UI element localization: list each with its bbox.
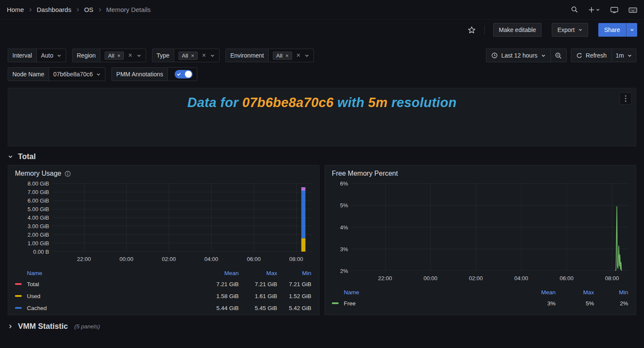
region-label: Region — [72, 49, 100, 62]
legend-col-mean[interactable]: Mean — [509, 289, 556, 296]
chart-plot-area[interactable] — [53, 183, 312, 252]
x-axis: 22:0000:0002:0004:0006:0008:00 — [53, 255, 312, 264]
chart-plot-area[interactable] — [351, 183, 629, 271]
clear-selection-icon[interactable]: × — [296, 52, 300, 59]
y-tick-label: 5% — [340, 202, 348, 209]
legend-col-max[interactable]: Max — [556, 289, 594, 296]
x-tick-label: 06:00 — [247, 256, 261, 262]
clock-icon — [491, 52, 498, 59]
kiosk-mode-icon[interactable] — [610, 6, 618, 13]
panel-body: 6%5%4%3%2% 22:0000:0002:0004:0006:0008:0… — [325, 182, 636, 284]
chip-remove-icon[interactable]: × — [285, 53, 289, 58]
banner-resolution: 5m — [368, 95, 387, 110]
breadcrumb-item-os[interactable]: OS — [84, 6, 94, 13]
breadcrumb: Home Dashboards OS Memory Details — [7, 6, 151, 13]
interval-label: Interval — [8, 49, 37, 62]
zoom-out-icon — [555, 52, 562, 59]
chip-label: All — [182, 52, 188, 59]
series-min: 2% — [594, 300, 628, 307]
refresh-label: Refresh — [586, 52, 607, 59]
chevron-down-icon — [630, 28, 634, 32]
series-name[interactable]: Free — [344, 300, 509, 307]
chevron-right-icon — [8, 324, 13, 329]
series-mean: 7.21 GiB — [192, 281, 239, 287]
series-min: 5.42 GiB — [277, 305, 311, 311]
refresh-button[interactable]: Refresh — [571, 49, 612, 62]
series-mean: 3% — [509, 300, 556, 307]
section-total[interactable]: Total — [8, 152, 636, 161]
search-icon[interactable] — [571, 6, 578, 13]
region-chip-all[interactable]: All × — [105, 52, 124, 60]
text-panel: Data for 07b6be8a70c6 with 5m resolution — [8, 88, 636, 146]
legend-col-max[interactable]: Max — [239, 270, 277, 276]
y-tick-label: 3.00 GiB — [27, 223, 49, 229]
region-select[interactable]: All × × — [100, 49, 146, 62]
environment-chip-all[interactable]: All × — [273, 52, 292, 60]
share-caret-button[interactable] — [626, 23, 637, 37]
series-name[interactable]: Used — [27, 293, 192, 299]
banner-segment: Data for — [187, 95, 242, 110]
x-tick-label: 02:00 — [162, 256, 176, 262]
interval-select[interactable]: Auto — [36, 49, 66, 62]
interval-value: Auto — [41, 52, 53, 59]
region-filter: Region All × × — [72, 49, 146, 62]
zoom-out-button[interactable] — [550, 49, 567, 62]
chevron-down-icon — [578, 28, 583, 32]
environment-label: Environment — [225, 49, 269, 62]
chevron-down-icon — [210, 53, 215, 58]
panel-title[interactable]: Free Memory Percent — [332, 170, 398, 177]
legend-col-min[interactable]: Min — [594, 289, 628, 296]
series-max: 5% — [556, 300, 594, 307]
section-title: Total — [18, 152, 36, 161]
time-range-picker[interactable]: Last 12 hours — [486, 49, 551, 62]
free-memory-percent-panel: Free Memory Percent 6%5%4%3%2% 22:0000:0… — [325, 165, 636, 315]
y-axis: 6%5%4%3%2% — [329, 183, 348, 271]
section-vmm-statistic[interactable]: VMM Statistic (5 panels) — [8, 322, 636, 331]
legend-col-name[interactable]: Name — [344, 289, 509, 296]
series-swatch — [15, 295, 22, 297]
legend-spacer — [15, 295, 27, 297]
y-tick-label: 2% — [340, 268, 348, 274]
clear-selection-icon[interactable]: × — [202, 52, 206, 59]
y-axis: 8.00 GiB7.00 GiB6.00 GiB5.00 GiB4.00 GiB… — [12, 183, 49, 252]
breadcrumb-item-dashboards[interactable]: Dashboards — [37, 6, 71, 13]
series-name[interactable]: Total — [27, 281, 192, 287]
export-button[interactable]: Export — [552, 23, 588, 37]
environment-select[interactable]: All × × — [268, 49, 314, 62]
toggle-knob — [185, 71, 192, 78]
make-editable-button[interactable]: Make editable — [493, 23, 542, 37]
legend-row-used: Used 1.58 GiB 1.61 GiB 1.52 GiB — [15, 290, 311, 302]
free-memory-percent-chart: 6%5%4%3%2% 22:0000:0002:0004:0006:0008:0… — [329, 183, 629, 284]
keyboard-shortcuts-icon[interactable] — [629, 6, 637, 13]
node-name-label: Node Name — [8, 67, 49, 81]
legend-row-free: Free 3% 5% 2% — [332, 297, 628, 309]
refresh-interval-select[interactable]: 1m — [612, 49, 636, 62]
chip-label: All — [108, 52, 114, 59]
add-new-button[interactable] — [588, 7, 600, 13]
chevron-down-icon — [57, 53, 61, 58]
panel-menu-button[interactable] — [620, 93, 632, 104]
breadcrumb-item-home[interactable]: Home — [7, 6, 24, 13]
type-chip-all[interactable]: All × — [179, 52, 198, 60]
legend-col-min[interactable]: Min — [277, 270, 311, 276]
chip-remove-icon[interactable]: × — [191, 53, 194, 58]
legend-row-total: Total 7.21 GiB 7.21 GiB 7.21 GiB — [15, 278, 311, 290]
type-select[interactable]: All × × — [174, 49, 220, 62]
clear-selection-icon[interactable]: × — [128, 52, 132, 59]
chip-remove-icon[interactable]: × — [117, 53, 121, 58]
panel-title[interactable]: Memory Usage — [15, 170, 61, 177]
legend-col-name[interactable]: Name — [27, 270, 192, 276]
section-panel-count: (5 panels) — [74, 323, 100, 330]
series-name[interactable]: Cached — [27, 305, 192, 311]
check-icon — [177, 72, 181, 76]
legend: Name Mean Max Min Free 3% 5% 2% — [325, 287, 636, 309]
plot-column: 22:0000:0002:0004:0006:0008:00 — [53, 183, 312, 264]
node-name-select[interactable]: 07b6be8a70c6 — [49, 67, 106, 81]
star-icon[interactable] — [468, 26, 476, 34]
y-tick-label: 8.00 GiB — [27, 180, 49, 187]
info-icon[interactable] — [64, 171, 71, 177]
legend-header: Name Mean Max Min — [15, 268, 311, 278]
pmm-annotations-toggle[interactable] — [175, 70, 193, 78]
legend-col-mean[interactable]: Mean — [192, 270, 239, 276]
share-button[interactable]: Share — [598, 23, 626, 37]
